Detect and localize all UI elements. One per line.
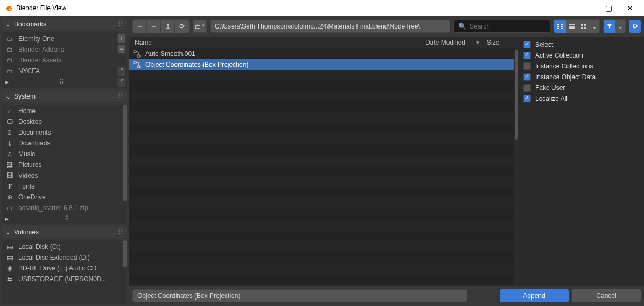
fonts-icon: 𝐅 [5,183,14,190]
bookmark-item[interactable]: 🗀Eternity One [2,33,116,44]
system-item-label: Fonts [18,183,34,190]
volume-label: Local Disc Extended (D:) [18,254,90,261]
filename-input[interactable]: Object Coordinates (Box Projection) [132,289,467,302]
grip-icon[interactable]: ⠿ [118,20,124,28]
system-item-home[interactable]: ⌂Home [2,106,127,116]
file-entry[interactable]: Auto Smooth.001 [129,48,519,59]
file-scrollbar[interactable] [514,48,519,286]
option-instance-object-data[interactable]: Instance Object Data [523,73,640,81]
checkbox[interactable] [523,84,531,92]
checkbox[interactable] [523,41,531,48]
bookmark-item[interactable]: 🗀NYCFA [2,66,116,76]
maximize-button[interactable]: ▢ [603,4,614,12]
grip-icon[interactable]: ⠿ [118,228,124,236]
expand-row[interactable]: ▸⠿ [2,76,116,87]
system-header[interactable]: ⌄ System ⠿ [2,91,127,102]
system-item-documents[interactable]: 🗎Documents [2,127,127,138]
append-button[interactable]: Append [500,289,569,302]
file-list[interactable]: Auto Smooth.001 Object Coordinates (Box … [129,48,519,286]
parent-button[interactable]: ↥ [161,20,175,33]
option-localize-all[interactable]: Localize All [523,95,640,102]
scrollbar-thumb[interactable] [515,50,518,140]
volumes-label: Volumes [14,228,39,236]
system-item-label: OneDrive [18,193,46,201]
chevron-down-icon: ⌄ [5,93,11,100]
svg-rect-7 [561,26,563,27]
column-size-header[interactable]: Size [484,39,516,46]
refresh-button[interactable]: ⟳ [175,20,189,33]
system-item-fonts[interactable]: 𝐅Fonts [2,181,127,192]
file-name: Auto Smooth.001 [145,50,195,58]
sort-indicator-icon[interactable]: ▾ [476,39,484,46]
bookmark-label: Eternity One [18,35,54,43]
system-item-downloads[interactable]: ⭳Downloads [2,138,127,149]
svg-rect-12 [581,24,583,26]
column-headers: Name Date Modified ▾ Size [129,37,519,48]
remove-bookmark-button[interactable]: − [117,44,126,54]
volume-item[interactable]: 🖴Local Disk (C:) [2,241,127,252]
forward-button[interactable]: → [147,20,161,33]
close-button[interactable]: ✕ [625,4,635,12]
volumes-header[interactable]: ⌄ Volumes ⠿ [2,226,127,238]
volume-item[interactable]: ⇆USBSTORAGE (\\EPSON0B... [2,274,127,284]
drag-handle-icon: ⠿ [12,78,113,86]
option-select[interactable]: Select [523,41,640,48]
path-field[interactable]: C:\Users\Seth Thompson\alotofmo...24\Mat… [210,20,450,33]
system-item-label: botaniq_starter-6.8.1.zip [18,204,88,212]
system-item-videos[interactable]: 🎞Videos [2,170,127,181]
checkbox[interactable] [523,95,531,102]
volume-item[interactable]: 🖴Local Disc Extended (D:) [2,252,127,263]
file-entry[interactable]: Object Coordinates (Box Projection) [129,59,519,70]
disk-icon: 🖴 [5,243,14,251]
view-list-vertical-button[interactable] [554,20,566,33]
scrollbar-thumb[interactable] [123,240,127,267]
svg-rect-15 [584,27,586,29]
view-options-dropdown[interactable]: ⌄ [590,20,599,33]
footer: Object Coordinates (Box Projection) Appe… [129,286,644,306]
add-bookmark-button[interactable]: + [117,33,126,43]
view-list-horizontal-button[interactable] [566,20,578,33]
search-input[interactable]: 🔍Search [453,20,550,33]
filter-dropdown[interactable]: ⌄ [615,20,625,33]
bookmarks-header[interactable]: ⌄ Bookmarks ⠿ [2,18,127,30]
cancel-button[interactable]: Cancel [572,289,641,302]
filter-button[interactable] [604,20,615,33]
back-button[interactable]: ← [133,20,147,33]
system-item-desktop[interactable]: 🖵Desktop [2,116,127,127]
option-label: Active Collection [535,52,583,59]
main-area: ← → ↥ ⟳ 🗀⁺ C:\Users\Seth Thompson\alotof… [129,16,644,306]
chevron-down-icon: ⌄ [5,20,11,28]
grip-icon[interactable]: ⠿ [118,93,124,100]
expand-row[interactable]: ▸⠿ [2,213,127,224]
new-folder-button[interactable]: 🗀⁺ [193,20,207,33]
svg-rect-3 [557,24,559,25]
move-up-button[interactable]: ˄ [117,67,126,76]
pictures-icon: 🖼 [5,161,14,169]
volume-item[interactable]: ◉BD-RE Drive (E:) Audio CD [2,263,127,274]
system-item-music[interactable]: ♫Music [2,149,127,159]
column-name-header[interactable]: Name [132,39,411,46]
checkbox[interactable] [523,73,531,81]
system-item-onedrive[interactable]: ⊕OneDrive [2,192,127,203]
bookmark-label: Blender Assets [18,57,61,64]
scrollbar-thumb[interactable] [123,105,127,201]
volume-label: USBSTORAGE (\\EPSON0B... [18,275,107,283]
system-item-pictures[interactable]: 🖼Pictures [2,159,127,170]
system-item-label: Downloads [18,140,50,147]
settings-button[interactable]: ⚙ [629,20,641,33]
bookmark-item[interactable]: 🗀Blender Assets [2,55,116,66]
move-down-button[interactable]: ˅ [117,78,126,87]
option-active-collection[interactable]: Active Collection [523,52,640,59]
view-thumbnail-button[interactable] [578,20,590,33]
option-label: Instance Object Data [535,73,596,81]
checkbox[interactable] [523,62,531,70]
option-fake-user[interactable]: Fake User [523,84,640,92]
folder-icon: 🗀 [5,57,14,64]
system-item-zip[interactable]: 🗀botaniq_starter-6.8.1.zip [2,203,127,213]
bookmark-item[interactable]: 🗀Blender Addons [2,44,116,55]
option-instance-collections[interactable]: Instance Collections [523,62,640,70]
minimize-button[interactable]: — [582,4,592,12]
column-date-header[interactable]: Date Modified [411,39,476,46]
checkbox[interactable] [523,52,531,59]
option-label: Localize All [535,95,568,102]
